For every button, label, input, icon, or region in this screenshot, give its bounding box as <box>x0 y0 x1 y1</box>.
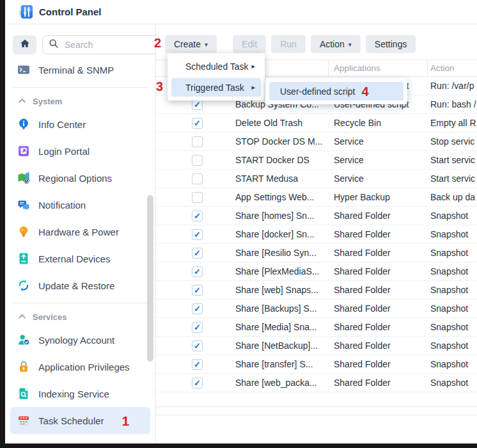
task-name-cell: START Medusa <box>235 170 298 188</box>
sidebar-divider <box>13 87 148 88</box>
home-button[interactable] <box>13 35 36 54</box>
application-cell: Shared Folder <box>334 374 391 392</box>
checkbox-checked[interactable]: ✓ <box>192 322 203 333</box>
sidebar-item-login-portal[interactable]: Login Portal <box>10 138 150 164</box>
table-row[interactable]: ✓Share [homes] Sn...Shared FolderSnapsho… <box>156 207 477 225</box>
task-name-cell: START Docker DS <box>235 151 309 169</box>
menu-item-user-defined-script[interactable]: User-defined script4 <box>269 82 403 100</box>
sidebar-item-label: Application Privileges <box>38 362 130 372</box>
checkbox-checked[interactable]: ✓ <box>192 99 203 110</box>
sidebar-nav: Terminal & SNMPSystemInfo CenterLogin Po… <box>5 56 155 434</box>
hardware-power-icon <box>17 225 30 238</box>
edit-button[interactable]: Edit <box>233 35 266 53</box>
run-button[interactable]: Run <box>271 35 306 53</box>
menu-item-triggered-task[interactable]: Triggered Task▸ <box>171 78 261 97</box>
header-action[interactable]: Action <box>430 60 455 77</box>
sidebar-item-label: Update & Restore <box>38 280 114 291</box>
checkbox-checked[interactable]: ✓ <box>192 285 203 296</box>
create-button[interactable]: Create▾ <box>165 35 217 53</box>
table-row[interactable]: ✓Share [Media] Sna...Shared FolderSnapsh… <box>156 318 477 337</box>
checkbox-checked[interactable]: ✓ <box>192 248 203 259</box>
application-cell: Recycle Bin <box>334 114 381 132</box>
sidebar-scrollbar-thumb[interactable] <box>147 195 153 362</box>
menu-item-scheduled-task[interactable]: Scheduled Task▸ <box>171 57 261 76</box>
section-label: Services <box>33 312 67 322</box>
table-row[interactable]: ✓Share [web_packa...Shared FolderSnapsho… <box>156 374 477 392</box>
application-cell: Shared Folder <box>334 300 391 317</box>
sidebar-item-info-center[interactable]: Info Center <box>10 111 150 138</box>
notification-icon <box>17 198 30 211</box>
action-cell: Snapshot <box>430 225 477 243</box>
header-applications[interactable]: Applications <box>334 60 380 77</box>
table-row[interactable]: ✓Share [Resilio Syn...Shared FolderSnaps… <box>156 244 477 262</box>
sidebar-item-hardware-power[interactable]: Hardware & Power <box>10 218 150 245</box>
sidebar-section-services[interactable]: Services <box>5 307 155 326</box>
action-cell: Snapshot <box>430 207 477 225</box>
application-cell: Service <box>334 151 364 169</box>
checkbox-unchecked[interactable] <box>192 173 203 184</box>
task-name-cell: Share [NetBackup]... <box>235 337 318 355</box>
checkbox-checked[interactable]: ✓ <box>192 359 203 370</box>
sidebar-item-synology-account[interactable]: Synology Account <box>10 326 150 353</box>
table-row[interactable]: ✓Share [web] Snaps...Shared FolderSnapsh… <box>156 281 477 300</box>
sidebar-item-label: Task Scheduler <box>38 415 104 426</box>
sidebar-item-task-scheduler[interactable]: Task Scheduler1 <box>10 407 150 434</box>
control-panel-icon <box>19 4 33 19</box>
action-cell: Snapshot <box>430 281 477 299</box>
checkbox-checked[interactable]: ✓ <box>192 229 203 240</box>
sidebar-item-terminal-snmp[interactable]: Terminal & SNMP <box>10 56 150 83</box>
sidebar-item-regional-options[interactable]: Regional Options <box>10 164 150 191</box>
indexing-service-icon <box>17 387 30 400</box>
checkbox-unchecked[interactable] <box>192 155 203 166</box>
sidebar-item-label: Indexing Service <box>38 388 109 399</box>
table-row[interactable]: ✓Share [PlexMediaS...Shared FolderSnapsh… <box>156 262 477 281</box>
column-separator <box>328 60 329 76</box>
table-row[interactable]: ✓Share [Backups] S...Shared FolderSnapsh… <box>156 300 477 318</box>
sidebar-item-update-restore[interactable]: Update & Restore <box>10 272 150 299</box>
task-name-cell: Share [web] Snaps... <box>235 281 318 299</box>
table-row[interactable]: App Settings Web...Hyper BackupBack up d… <box>156 188 477 207</box>
sidebar-item-external-devices[interactable]: External Devices <box>10 245 150 272</box>
table-row[interactable]: START MedusaServiceStart servic <box>156 170 477 188</box>
table-row[interactable]: STOP Docker DS M...ServiceStop servic <box>156 132 477 151</box>
checkbox-unchecked[interactable] <box>192 136 203 147</box>
table-row[interactable]: START Docker DSServiceStart servic <box>156 151 477 170</box>
sidebar-item-indexing-service[interactable]: Indexing Service <box>10 380 150 407</box>
grid-tail-line <box>156 415 477 415</box>
action-cell: Snapshot <box>430 374 477 392</box>
section-label: System <box>33 97 62 106</box>
update-restore-icon <box>17 279 30 292</box>
action-button[interactable]: Action▾ <box>311 35 361 53</box>
checkbox-checked[interactable]: ✓ <box>192 378 203 388</box>
sidebar-section-system[interactable]: System <box>5 92 155 111</box>
application-cell: Shared Folder <box>334 262 391 280</box>
login-portal-icon <box>17 145 30 157</box>
application-cell: Shared Folder <box>334 355 391 373</box>
checkbox-checked[interactable]: ✓ <box>192 211 203 221</box>
action-cell: Start servic <box>430 151 477 169</box>
sidebar-item-application-privileges[interactable]: Application Privileges <box>10 353 150 380</box>
chevron-up-icon <box>19 314 26 321</box>
title-bar: Control Panel <box>5 0 477 24</box>
search-box[interactable] <box>42 35 156 54</box>
sidebar-item-notification[interactable]: Notification <box>10 191 150 218</box>
table-row[interactable]: ✓Share [NetBackup]...Shared FolderSnapsh… <box>156 337 477 355</box>
table-row[interactable]: ✓Delete Old TrashRecycle BinEmpty all R <box>156 114 477 132</box>
checkbox-unchecked[interactable] <box>192 192 203 203</box>
action-cell: Snapshot <box>430 300 477 317</box>
checkbox-checked[interactable]: ✓ <box>192 118 203 129</box>
menu-item-label: User-defined script <box>280 86 356 97</box>
action-cell: Snapshot <box>430 262 477 280</box>
sidebar: Terminal & SNMPSystemInfo CenterLogin Po… <box>5 24 156 444</box>
table-row[interactable]: ✓Share [docker] Sn...Shared FolderSnapsh… <box>156 225 477 244</box>
annotation-2: 2 <box>154 36 161 49</box>
table-row[interactable]: ✓Share [transfer] S...Shared FolderSnaps… <box>156 355 477 374</box>
settings-button[interactable]: Settings <box>366 35 416 53</box>
application-cell: Shared Folder <box>334 281 391 299</box>
task-name-cell: Share [docker] Sn... <box>235 225 315 243</box>
checkbox-checked[interactable]: ✓ <box>192 340 203 351</box>
checkbox-checked[interactable]: ✓ <box>192 266 203 277</box>
application-cell: Shared Folder <box>334 318 391 336</box>
search-input[interactable] <box>63 39 156 51</box>
checkbox-checked[interactable]: ✓ <box>192 303 203 314</box>
